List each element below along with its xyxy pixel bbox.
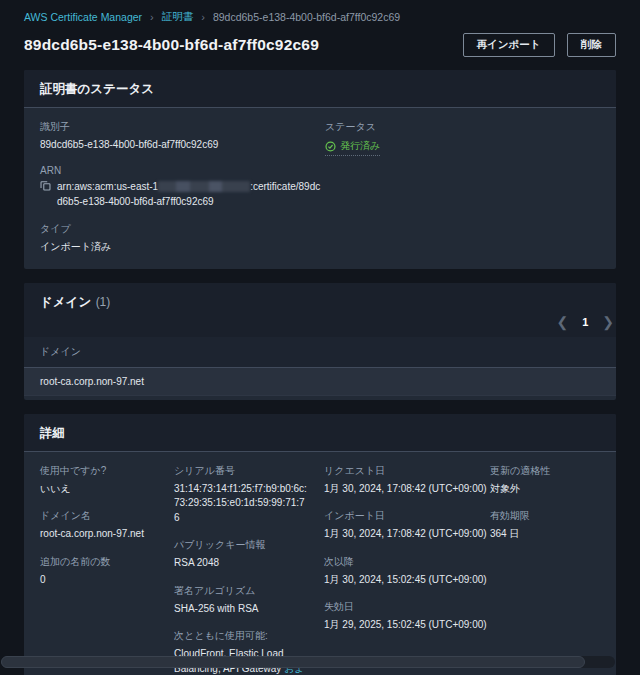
breadcrumb-current: 89dcd6b5-e138-4b00-bf6d-af7ff0c92c69	[213, 11, 400, 23]
domains-column-header: ドメイン	[24, 337, 616, 368]
domains-card-title: ドメイン	[40, 295, 91, 309]
domains-pagination: ❮ 1 ❯	[24, 311, 616, 337]
details-card-header: 詳細	[24, 414, 616, 452]
domains-card-header: ドメイン (1)	[24, 283, 616, 311]
breadcrumb-link-certificates[interactable]: 証明書	[162, 10, 194, 24]
certificate-status-card-title: 証明書のステータス	[40, 82, 154, 96]
arn-value: arn:aws:acm:us-east-1:certificate/89dcd6…	[57, 180, 325, 209]
delete-button[interactable]: 削除	[567, 33, 616, 57]
not-after-value: 1月 29, 2025, 15:02:45 (UTC+09:00)	[324, 618, 476, 633]
details-card-title: 詳細	[40, 426, 65, 440]
certificate-status-card-header: 証明書のステータス	[24, 70, 616, 108]
certificate-status-card-body: 識別子 89dcd6b5-e138-4b00-bf6d-af7ff0c92c69…	[24, 108, 616, 269]
copy-icon[interactable]	[40, 180, 51, 191]
additional-names-label: 追加の名前の数	[40, 555, 160, 569]
details-column-1: 使用中ですか? いいえ ドメイン名 root-ca.corp.non-97.ne…	[40, 464, 160, 675]
header-actions: 再インポート 削除	[463, 33, 616, 57]
renewal-eligibility-value: 対象外	[490, 482, 600, 497]
validity-label: 有効期限	[490, 509, 600, 523]
arn-field: ARN arn:aws:acm:us-east-1:certificate/89…	[40, 165, 325, 209]
status-field: ステータス 発行済み	[325, 120, 600, 157]
breadcrumb-separator-icon: ›	[150, 11, 154, 23]
domain-row: root-ca.corp.non-97.net	[24, 368, 616, 396]
identifier-field: 識別子 89dcd6b5-e138-4b00-bf6d-af7ff0c92c69	[40, 120, 325, 153]
in-use-label: 使用中ですか?	[40, 464, 160, 478]
identifier-label: 識別子	[40, 120, 325, 134]
details-column-2: シリアル番号 31:14:73:14:f1:25:f7:b9:b0:6c:73:…	[174, 464, 310, 675]
serial-number-label: シリアル番号	[174, 464, 310, 478]
signature-algorithm-value: SHA-256 with RSA	[174, 602, 310, 617]
domain-name-label: ドメイン名	[40, 509, 160, 523]
requested-at-value: 1月 30, 2024, 17:08:42 (UTC+09:00)	[324, 482, 476, 497]
serial-number-value: 31:14:73:14:f1:25:f7:b9:b0:6c:73:29:35:1…	[174, 482, 310, 526]
horizontal-scrollbar-thumb[interactable]	[1, 656, 585, 668]
type-value: インポート済み	[40, 240, 325, 255]
details-column-4: 更新の適格性 対象外 有効期限 364 日	[490, 464, 600, 675]
status-value: 発行済み	[340, 139, 380, 153]
arn-label: ARN	[40, 165, 325, 176]
details-card: 詳細 使用中ですか? いいえ ドメイン名 root-ca.corp.non-97…	[24, 414, 616, 675]
domains-card: ドメイン (1) ❮ 1 ❯ ドメイン root-ca.corp.non-97.…	[24, 283, 616, 400]
not-before-value: 1月 30, 2024, 15:02:45 (UTC+09:00)	[324, 573, 476, 588]
domains-card-footer-pad	[24, 396, 616, 400]
identifier-value: 89dcd6b5-e138-4b00-bf6d-af7ff0c92c69	[40, 138, 325, 153]
redacted-account-id	[158, 181, 250, 192]
not-before-label: 次以降	[324, 555, 476, 569]
certificate-status-card: 証明書のステータス 識別子 89dcd6b5-e138-4b00-bf6d-af…	[24, 70, 616, 269]
page-header: 89dcd6b5-e138-4b00-bf6d-af7ff0c92c69 再イン…	[24, 33, 616, 57]
imported-at-label: インポート日	[324, 509, 476, 523]
details-column-3: リクエスト日 1月 30, 2024, 17:08:42 (UTC+09:00)…	[324, 464, 476, 675]
domains-card-count: (1)	[96, 295, 111, 309]
acm-certificate-detail-page: AWS Certificate Manager › 証明書 › 89dcd6b5…	[0, 0, 640, 675]
signature-algorithm-label: 署名アルゴリズム	[174, 584, 310, 598]
page-title: 89dcd6b5-e138-4b00-bf6d-af7ff0c92c69	[24, 36, 319, 54]
status-label: ステータス	[325, 120, 600, 134]
domains-page-number[interactable]: 1	[582, 316, 588, 328]
can-be-used-with-label: 次とともに使用可能:	[174, 629, 310, 643]
details-card-body: 使用中ですか? いいえ ドメイン名 root-ca.corp.non-97.ne…	[24, 452, 616, 675]
additional-names-value: 0	[40, 573, 160, 588]
breadcrumb-separator-icon: ›	[201, 11, 205, 23]
renewal-eligibility-label: 更新の適格性	[490, 464, 600, 478]
imported-at-value: 1月 30, 2024, 17:08:42 (UTC+09:00)	[324, 527, 476, 542]
not-after-label: 失効日	[324, 600, 476, 614]
validity-value: 364 日	[490, 527, 600, 542]
reimport-button[interactable]: 再インポート	[463, 33, 555, 57]
public-key-value: RSA 2048	[174, 556, 310, 571]
breadcrumb: AWS Certificate Manager › 証明書 › 89dcd6b5…	[24, 10, 616, 24]
in-use-value: いいえ	[40, 482, 160, 497]
public-key-label: パブリックキー情報	[174, 538, 310, 552]
breadcrumb-link-acm[interactable]: AWS Certificate Manager	[24, 11, 142, 23]
chevron-right-icon[interactable]: ❯	[602, 315, 614, 329]
requested-at-label: リクエスト日	[324, 464, 476, 478]
status-check-icon	[325, 141, 336, 152]
chevron-left-icon[interactable]: ❮	[556, 315, 568, 329]
domain-name-value: root-ca.corp.non-97.net	[40, 527, 160, 542]
status-badge[interactable]: 発行済み	[325, 139, 380, 156]
horizontal-scrollbar-track[interactable]	[1, 656, 615, 668]
type-label: タイプ	[40, 222, 325, 236]
type-field: タイプ インポート済み	[40, 222, 325, 255]
